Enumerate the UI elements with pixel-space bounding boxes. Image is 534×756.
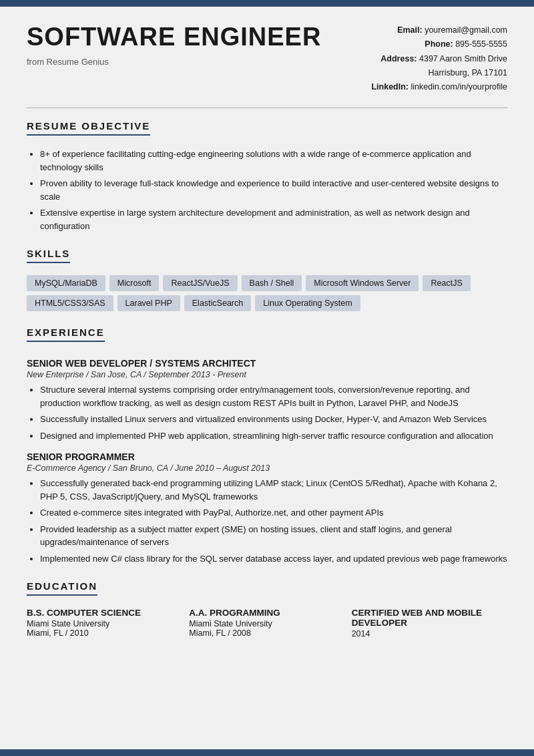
skills-heading-wrapper: SKILLS bbox=[27, 236, 507, 270]
edu-location-0: Miami, FL / 2010 bbox=[27, 628, 182, 638]
skills-container: MySQL/MariaDB Microsoft ReactJS/VueJS Ba… bbox=[27, 275, 507, 311]
skill-badge-9: Linux Operating System bbox=[255, 295, 360, 311]
linkedin-value: linkedin.com/in/yourprofile bbox=[411, 82, 507, 91]
education-grid: B.S. COMPUTER SCIENCE Miami State Univer… bbox=[27, 608, 507, 638]
education-title: EDUCATION bbox=[27, 580, 97, 596]
job1-bullet-2: Provided leadership as a subject matter … bbox=[40, 523, 507, 549]
objective-item-2: Proven ability to leverage full-stack kn… bbox=[40, 177, 507, 203]
skill-badge-0: MySQL/MariaDB bbox=[27, 275, 105, 291]
edu-school-1: Miami State University bbox=[189, 619, 344, 628]
experience-section: EXPERIENCE SENIOR WEB DEVELOPER / SYSTEM… bbox=[27, 315, 507, 565]
header-contact: Email: youremail@gmail.com Phone: 895-55… bbox=[371, 23, 507, 94]
edu-item-0: B.S. COMPUTER SCIENCE Miami State Univer… bbox=[27, 608, 182, 638]
job-subtitle-1: E-Commerce Agency / San Bruno, CA / June… bbox=[27, 463, 507, 473]
experience-heading-wrapper: EXPERIENCE bbox=[27, 315, 507, 349]
objective-item-3: Extensive expertise in large system arch… bbox=[40, 206, 507, 232]
address-value1: 4397 Aaron Smith Drive bbox=[419, 54, 507, 63]
phone-line: Phone: 895-555-5555 bbox=[371, 37, 507, 51]
linkedin-label: LinkedIn: bbox=[371, 82, 409, 91]
job1-bullet-3: Implemented new C# class library for the… bbox=[40, 552, 507, 566]
address-line: Address: 4397 Aaron Smith Drive Harrisbu… bbox=[371, 52, 507, 81]
job1-bullet-1: Created e-commerce sites integrated with… bbox=[40, 506, 507, 520]
job0-bullet-1: Successfully installed Linux servers and… bbox=[40, 413, 507, 426]
header-section: SOFTWARE ENGINEER from Resume Genius Ema… bbox=[0, 7, 534, 108]
skills-title: SKILLS bbox=[27, 248, 70, 263]
job1-bullet-0: Successfully generated back-end programm… bbox=[40, 477, 507, 503]
skill-badge-8: ElasticSearch bbox=[184, 295, 251, 311]
edu-degree-2: CERTIFIED WEB AND MOBILE DEVELOPER bbox=[352, 608, 507, 628]
edu-location-2: 2014 bbox=[352, 629, 507, 638]
skill-badge-6: HTML5/CSS3/SAS bbox=[27, 295, 113, 311]
linkedin-line: LinkedIn: linkedin.com/in/yourprofile bbox=[371, 80, 507, 94]
objective-section: RESUME OBJECTIVE 8+ of experience facili… bbox=[27, 120, 507, 232]
edu-degree-0: B.S. COMPUTER SCIENCE bbox=[27, 608, 182, 618]
phone-label: Phone: bbox=[425, 39, 453, 49]
job-title-1: SENIOR PROGRAMMER bbox=[27, 451, 507, 462]
email-value: youremail@gmail.com bbox=[425, 25, 507, 35]
objective-title: RESUME OBJECTIVE bbox=[27, 120, 150, 136]
job-bullets-1: Successfully generated back-end programm… bbox=[27, 477, 507, 565]
experience-content: SENIOR WEB DEVELOPER / SYSTEMS ARCHITECT… bbox=[27, 358, 507, 565]
edu-degree-1: A.A. PROGRAMMING bbox=[189, 608, 344, 618]
skill-badge-4: Microsoft Windows Server bbox=[306, 275, 419, 291]
edu-item-2: CERTIFIED WEB AND MOBILE DEVELOPER 2014 bbox=[352, 608, 507, 638]
phone-value: 895-555-5555 bbox=[455, 39, 507, 49]
job0-bullet-2: Designed and implemented PHP web applica… bbox=[40, 429, 507, 443]
edu-location-1: Miami, FL / 2008 bbox=[189, 628, 344, 638]
bottom-bar bbox=[0, 749, 534, 756]
edu-school-0: Miami State University bbox=[27, 619, 182, 628]
objective-list: 8+ of experience facilitating cutting-ed… bbox=[27, 148, 507, 232]
skill-badge-2: ReactJS/VueJS bbox=[163, 275, 237, 291]
top-bar bbox=[0, 0, 534, 7]
experience-title: EXPERIENCE bbox=[27, 327, 105, 342]
address-value2: Harrisburg, PA 17101 bbox=[428, 68, 507, 77]
job-subtitle-0: New Enterprise / San Jose, CA / Septembe… bbox=[27, 370, 507, 379]
skill-badge-1: Microsoft bbox=[109, 275, 160, 291]
edu-item-1: A.A. PROGRAMMING Miami State University … bbox=[189, 608, 344, 638]
header-subtitle: from Resume Genius bbox=[27, 57, 371, 67]
header-left: SOFTWARE ENGINEER from Resume Genius bbox=[27, 23, 371, 67]
skills-section: SKILLS MySQL/MariaDB Microsoft ReactJS/V… bbox=[27, 236, 507, 311]
skill-badge-7: Laravel PHP bbox=[117, 295, 180, 311]
objective-heading-wrapper: RESUME OBJECTIVE bbox=[27, 120, 507, 142]
email-label: Email: bbox=[397, 25, 423, 35]
candidate-name: SOFTWARE ENGINEER bbox=[27, 23, 371, 51]
resume-wrapper: SOFTWARE ENGINEER from Resume Genius Ema… bbox=[0, 0, 534, 756]
job0-bullet-0: Structure several internal systems compr… bbox=[40, 383, 507, 409]
address-label: Address: bbox=[380, 54, 417, 63]
job-title-0: SENIOR WEB DEVELOPER / SYSTEMS ARCHITECT bbox=[27, 358, 507, 369]
job-bullets-0: Structure several internal systems compr… bbox=[27, 383, 507, 442]
skill-badge-5: ReactJS bbox=[423, 275, 470, 291]
main-content: RESUME OBJECTIVE 8+ of experience facili… bbox=[0, 108, 534, 749]
skill-badge-3: Bash / Shell bbox=[242, 275, 302, 291]
objective-item-1: 8+ of experience facilitating cutting-ed… bbox=[40, 148, 507, 174]
education-section: EDUCATION B.S. COMPUTER SCIENCE Miami St… bbox=[27, 568, 507, 638]
education-heading-wrapper: EDUCATION bbox=[27, 568, 507, 602]
email-line: Email: youremail@gmail.com bbox=[371, 23, 507, 37]
